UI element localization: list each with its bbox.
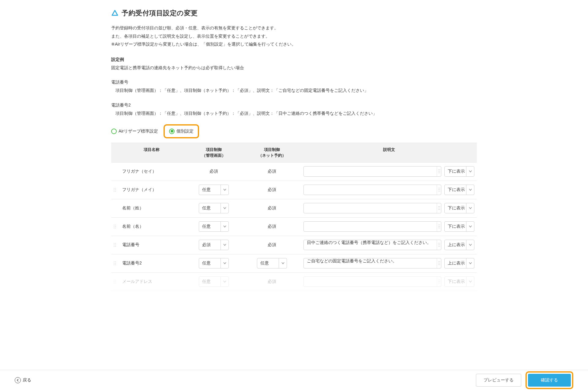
admin-select[interactable]: 任意 bbox=[199, 258, 229, 268]
description-cell: 下に表示 bbox=[301, 221, 477, 232]
drag-handle[interactable] bbox=[111, 279, 119, 284]
position-select[interactable]: 下に表示 bbox=[444, 166, 474, 177]
resize-grip-icon[interactable] bbox=[437, 240, 441, 250]
description-input[interactable] bbox=[303, 185, 441, 195]
admin-control: 任意 bbox=[185, 203, 243, 213]
net-control: 任意 bbox=[243, 258, 301, 268]
table-row: 電話番号2任意任意ご自宅などの固定電話番号をご記入ください。上に表示 bbox=[111, 254, 477, 273]
net-text: 必須 bbox=[268, 242, 276, 248]
resize-grip-icon[interactable] bbox=[437, 277, 441, 287]
position-select[interactable]: 下に表示 bbox=[444, 276, 474, 287]
net-text: 必須 bbox=[268, 279, 276, 284]
th-desc: 説明文 bbox=[301, 143, 477, 162]
admin-select-value: 任意 bbox=[202, 279, 211, 284]
position-select[interactable]: 上に表示 bbox=[444, 240, 474, 250]
field-name: メールアドレス bbox=[119, 279, 185, 284]
svg-point-3 bbox=[115, 189, 116, 190]
table-row: 名前（名）任意必須下に表示 bbox=[111, 218, 477, 236]
description-cell: 日中ご連絡のつく電話番号（携帯電話など）をご記入ください。上に表示 bbox=[301, 240, 477, 250]
description-input[interactable] bbox=[303, 166, 441, 177]
chevron-down-icon bbox=[221, 185, 228, 195]
svg-point-5 bbox=[115, 191, 116, 192]
svg-point-8 bbox=[114, 226, 115, 227]
svg-point-4 bbox=[114, 191, 115, 192]
svg-point-19 bbox=[115, 261, 116, 262]
position-select[interactable]: 上に表示 bbox=[444, 258, 474, 268]
svg-point-18 bbox=[114, 261, 115, 262]
th-admin: 項目制御 （管理画面） bbox=[185, 143, 243, 162]
drag-handle[interactable] bbox=[111, 224, 119, 229]
drag-handle[interactable] bbox=[111, 261, 119, 266]
admin-select-value: 任意 bbox=[202, 187, 211, 193]
resize-grip-icon[interactable] bbox=[437, 167, 441, 176]
position-select[interactable]: 下に表示 bbox=[444, 185, 474, 195]
chevron-down-icon bbox=[221, 258, 228, 268]
net-control: 必須 bbox=[243, 205, 301, 211]
description-cell: ご自宅などの固定電話番号をご記入ください。上に表示 bbox=[301, 258, 477, 268]
field-name: 電話番号2 bbox=[119, 261, 185, 266]
admin-select-value: 任意 bbox=[202, 261, 211, 266]
drag-handle[interactable] bbox=[111, 242, 119, 247]
admin-select[interactable]: 任意 bbox=[199, 221, 229, 232]
position-select[interactable]: 下に表示 bbox=[444, 221, 474, 232]
admin-control: 任意 bbox=[185, 276, 243, 287]
radio-icon-selected bbox=[169, 129, 175, 134]
table-row: 電話番号必須必須日中ご連絡のつく電話番号（携帯電話など）をご記入ください。上に表… bbox=[111, 236, 477, 254]
drag-handle[interactable] bbox=[111, 187, 119, 192]
net-select[interactable]: 任意 bbox=[257, 258, 287, 268]
resize-grip-icon[interactable] bbox=[437, 222, 441, 231]
resize-grip-icon[interactable] bbox=[437, 185, 441, 195]
resize-grip-icon[interactable] bbox=[437, 203, 441, 213]
chevron-down-icon bbox=[221, 277, 228, 287]
admin-select[interactable]: 任意 bbox=[199, 203, 229, 213]
radio-individual[interactable]: 個別設定 bbox=[169, 129, 194, 134]
svg-point-9 bbox=[115, 226, 116, 227]
description-input[interactable] bbox=[303, 221, 441, 232]
chevron-down-icon bbox=[466, 258, 474, 268]
net-control: 必須 bbox=[243, 224, 301, 229]
admin-select[interactable]: 必須 bbox=[199, 240, 229, 250]
svg-point-26 bbox=[114, 281, 115, 282]
intro-text: 予約登録時の受付項目の並び順、必須・任意、表示の有無を変更することができます。 … bbox=[111, 24, 477, 48]
svg-point-10 bbox=[114, 228, 115, 228]
resize-grip-icon[interactable] bbox=[437, 258, 441, 268]
chevron-down-icon bbox=[221, 203, 228, 213]
net-text: 必須 bbox=[268, 169, 276, 174]
radio-label: 個別設定 bbox=[176, 129, 194, 134]
description-input[interactable]: ご自宅などの固定電話番号をご記入ください。 bbox=[303, 258, 441, 268]
field-name: 名前（姓） bbox=[119, 205, 185, 211]
net-select-value: 任意 bbox=[260, 261, 269, 266]
table-row: 名前（姓）任意必須下に表示 bbox=[111, 199, 477, 218]
description-input[interactable] bbox=[303, 276, 441, 287]
th-spacer bbox=[111, 143, 119, 162]
svg-point-21 bbox=[115, 263, 116, 264]
example-line: 項目制御（管理画面）：「任意」、項目制御（ネット予約）：「必須」、説明文：「ご自… bbox=[111, 86, 477, 95]
net-control: 必須 bbox=[243, 279, 301, 284]
field-name: 名前（名） bbox=[119, 224, 185, 229]
position-value: 下に表示 bbox=[448, 205, 465, 211]
svg-point-1 bbox=[115, 188, 116, 189]
field-name: 電話番号 bbox=[119, 242, 185, 248]
chevron-down-icon bbox=[221, 240, 228, 250]
description-input[interactable]: 日中ご連絡のつく電話番号（携帯電話など）をご記入ください。 bbox=[303, 240, 441, 250]
example-item: 電話番号2 項目制御（管理画面）：「任意」、項目制御（ネット予約）：「必須」、説… bbox=[111, 103, 477, 118]
net-control: 必須 bbox=[243, 187, 301, 193]
table-row: フリガナ（メイ）任意必須下に表示 bbox=[111, 181, 477, 199]
position-select[interactable]: 下に表示 bbox=[444, 203, 474, 213]
th-net: 項目制御 （ネット予約） bbox=[243, 143, 301, 162]
svg-point-17 bbox=[115, 246, 116, 247]
intro-line: また、各項目の補足として説明文を設定し、表示位置を変更することができます。 bbox=[111, 32, 477, 40]
admin-select[interactable]: 任意 bbox=[199, 185, 229, 195]
admin-select[interactable]: 任意 bbox=[199, 276, 229, 287]
position-value: 上に表示 bbox=[448, 242, 465, 248]
radio-standard[interactable]: Airリザーブ標準設定 bbox=[111, 129, 158, 134]
description-input[interactable] bbox=[303, 203, 441, 213]
svg-point-27 bbox=[115, 281, 116, 282]
intro-line: ※Airリザーブ標準設定から変更したい場合は、「個別設定」を選択して編集を行って… bbox=[111, 40, 477, 48]
admin-control: 任意 bbox=[185, 185, 243, 195]
admin-select-value: 任意 bbox=[202, 224, 211, 229]
page-title-row: 予約受付項目設定の変更 bbox=[111, 9, 477, 18]
chevron-down-icon bbox=[466, 277, 474, 287]
svg-point-22 bbox=[114, 264, 115, 265]
description-cell: 下に表示 bbox=[301, 185, 477, 195]
